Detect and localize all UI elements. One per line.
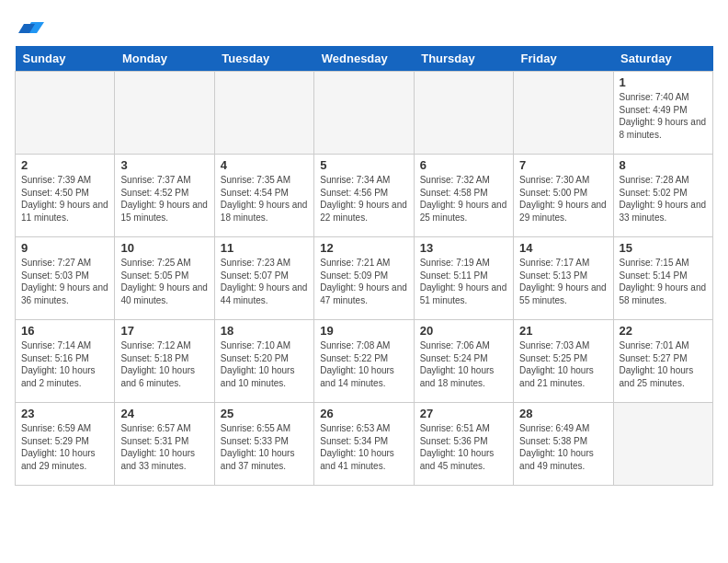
calendar-cell: 26Sunrise: 6:53 AM Sunset: 5:34 PM Dayli… (314, 403, 414, 486)
calendar-cell: 10Sunrise: 7:25 AM Sunset: 5:05 PM Dayli… (115, 237, 214, 320)
day-number: 10 (120, 241, 208, 255)
day-number: 14 (519, 241, 607, 255)
calendar-cell: 21Sunrise: 7:03 AM Sunset: 5:25 PM Dayli… (514, 320, 613, 403)
day-info: Sunrise: 6:55 AM Sunset: 5:33 PM Dayligh… (221, 422, 308, 472)
day-number: 15 (620, 241, 707, 255)
day-number: 20 (420, 324, 507, 338)
calendar-cell (314, 72, 414, 155)
logo-icon (18, 15, 44, 37)
column-header-wednesday: Wednesday (314, 46, 414, 72)
day-info: Sunrise: 7:01 AM Sunset: 5:27 PM Dayligh… (620, 339, 707, 389)
column-header-sunday: Sunday (16, 46, 115, 72)
day-info: Sunrise: 6:59 AM Sunset: 5:29 PM Dayligh… (21, 422, 108, 472)
calendar-cell: 19Sunrise: 7:08 AM Sunset: 5:22 PM Dayli… (314, 320, 414, 403)
day-info: Sunrise: 7:19 AM Sunset: 5:11 PM Dayligh… (420, 257, 507, 306)
day-info: Sunrise: 7:28 AM Sunset: 5:02 PM Dayligh… (620, 174, 707, 224)
day-number: 27 (420, 407, 507, 420)
calendar-cell: 4Sunrise: 7:35 AM Sunset: 4:54 PM Daylig… (214, 155, 313, 237)
calendar-cell (613, 403, 712, 486)
calendar-cell: 27Sunrise: 6:51 AM Sunset: 5:36 PM Dayli… (414, 403, 513, 486)
day-info: Sunrise: 7:40 AM Sunset: 4:49 PM Dayligh… (620, 91, 707, 141)
calendar-cell (414, 72, 513, 155)
day-number: 6 (420, 158, 507, 172)
calendar-cell: 2Sunrise: 7:39 AM Sunset: 4:50 PM Daylig… (16, 155, 115, 237)
day-number: 12 (320, 241, 407, 255)
calendar-cell: 12Sunrise: 7:21 AM Sunset: 5:09 PM Dayli… (314, 237, 414, 320)
day-number: 25 (221, 407, 308, 420)
day-info: Sunrise: 6:53 AM Sunset: 5:34 PM Dayligh… (320, 422, 407, 472)
day-info: Sunrise: 7:23 AM Sunset: 5:07 PM Dayligh… (221, 257, 308, 306)
day-number: 9 (21, 241, 108, 255)
day-info: Sunrise: 7:10 AM Sunset: 5:20 PM Dayligh… (221, 339, 308, 389)
calendar-cell: 17Sunrise: 7:12 AM Sunset: 5:18 PM Dayli… (115, 320, 214, 403)
calendar-cell: 3Sunrise: 7:37 AM Sunset: 4:52 PM Daylig… (115, 155, 214, 237)
calendar-week-row: 2Sunrise: 7:39 AM Sunset: 4:50 PM Daylig… (16, 155, 713, 237)
day-info: Sunrise: 7:08 AM Sunset: 5:22 PM Dayligh… (320, 339, 407, 389)
day-number: 21 (519, 324, 607, 338)
calendar-cell: 11Sunrise: 7:23 AM Sunset: 5:07 PM Dayli… (214, 237, 313, 320)
calendar-cell: 13Sunrise: 7:19 AM Sunset: 5:11 PM Dayli… (414, 237, 513, 320)
day-number: 2 (21, 158, 108, 172)
column-header-monday: Monday (115, 46, 214, 72)
day-number: 8 (620, 158, 707, 172)
day-number: 7 (519, 158, 607, 172)
day-number: 3 (120, 158, 208, 172)
day-number: 11 (221, 241, 308, 255)
day-info: Sunrise: 7:14 AM Sunset: 5:16 PM Dayligh… (21, 339, 108, 389)
day-info: Sunrise: 7:34 AM Sunset: 4:56 PM Dayligh… (320, 174, 407, 224)
day-info: Sunrise: 7:35 AM Sunset: 4:54 PM Dayligh… (221, 174, 308, 224)
calendar-cell (514, 72, 613, 155)
day-info: Sunrise: 7:17 AM Sunset: 5:13 PM Dayligh… (519, 257, 607, 306)
day-number: 22 (620, 324, 707, 338)
calendar-cell (214, 72, 313, 155)
column-header-thursday: Thursday (414, 46, 513, 72)
day-info: Sunrise: 7:30 AM Sunset: 5:00 PM Dayligh… (519, 174, 607, 224)
day-info: Sunrise: 7:12 AM Sunset: 5:18 PM Dayligh… (120, 339, 208, 389)
day-number: 5 (320, 158, 407, 172)
calendar-week-row: 1Sunrise: 7:40 AM Sunset: 4:49 PM Daylig… (16, 72, 713, 155)
page-header (15, 15, 713, 37)
calendar-cell: 7Sunrise: 7:30 AM Sunset: 5:00 PM Daylig… (514, 155, 613, 237)
day-number: 13 (420, 241, 507, 255)
calendar-cell: 24Sunrise: 6:57 AM Sunset: 5:31 PM Dayli… (115, 403, 214, 486)
calendar-cell: 22Sunrise: 7:01 AM Sunset: 5:27 PM Dayli… (613, 320, 712, 403)
day-info: Sunrise: 7:06 AM Sunset: 5:24 PM Dayligh… (420, 339, 507, 389)
calendar-cell: 9Sunrise: 7:27 AM Sunset: 5:03 PM Daylig… (16, 237, 115, 320)
day-number: 1 (620, 75, 707, 89)
day-number: 28 (519, 407, 607, 420)
calendar-week-row: 23Sunrise: 6:59 AM Sunset: 5:29 PM Dayli… (16, 403, 713, 486)
column-header-tuesday: Tuesday (214, 46, 313, 72)
day-info: Sunrise: 7:37 AM Sunset: 4:52 PM Dayligh… (120, 174, 208, 224)
calendar-cell (16, 72, 115, 155)
day-number: 18 (221, 324, 308, 338)
calendar-cell: 28Sunrise: 6:49 AM Sunset: 5:38 PM Dayli… (514, 403, 613, 486)
calendar-cell: 14Sunrise: 7:17 AM Sunset: 5:13 PM Dayli… (514, 237, 613, 320)
day-info: Sunrise: 7:39 AM Sunset: 4:50 PM Dayligh… (21, 174, 108, 224)
calendar-cell (115, 72, 214, 155)
day-info: Sunrise: 7:32 AM Sunset: 4:58 PM Dayligh… (420, 174, 507, 224)
day-info: Sunrise: 6:49 AM Sunset: 5:38 PM Dayligh… (519, 422, 607, 472)
calendar-cell: 6Sunrise: 7:32 AM Sunset: 4:58 PM Daylig… (414, 155, 513, 237)
calendar-cell: 18Sunrise: 7:10 AM Sunset: 5:20 PM Dayli… (214, 320, 313, 403)
calendar-cell: 15Sunrise: 7:15 AM Sunset: 5:14 PM Dayli… (613, 237, 712, 320)
calendar-cell: 23Sunrise: 6:59 AM Sunset: 5:29 PM Dayli… (16, 403, 115, 486)
day-number: 23 (21, 407, 108, 420)
calendar-week-row: 16Sunrise: 7:14 AM Sunset: 5:16 PM Dayli… (16, 320, 713, 403)
calendar-header-row: SundayMondayTuesdayWednesdayThursdayFrid… (16, 46, 713, 72)
day-number: 26 (320, 407, 407, 420)
day-number: 4 (221, 158, 308, 172)
day-info: Sunrise: 7:21 AM Sunset: 5:09 PM Dayligh… (320, 257, 407, 306)
day-info: Sunrise: 7:27 AM Sunset: 5:03 PM Dayligh… (21, 257, 108, 306)
calendar-week-row: 9Sunrise: 7:27 AM Sunset: 5:03 PM Daylig… (16, 237, 713, 320)
logo (15, 15, 44, 37)
calendar-cell: 16Sunrise: 7:14 AM Sunset: 5:16 PM Dayli… (16, 320, 115, 403)
calendar-cell: 25Sunrise: 6:55 AM Sunset: 5:33 PM Dayli… (214, 403, 313, 486)
column-header-saturday: Saturday (613, 46, 712, 72)
calendar-cell: 1Sunrise: 7:40 AM Sunset: 4:49 PM Daylig… (613, 72, 712, 155)
day-info: Sunrise: 7:25 AM Sunset: 5:05 PM Dayligh… (120, 257, 208, 306)
day-number: 17 (120, 324, 208, 338)
day-number: 24 (120, 407, 208, 420)
calendar-cell: 20Sunrise: 7:06 AM Sunset: 5:24 PM Dayli… (414, 320, 513, 403)
calendar-cell: 8Sunrise: 7:28 AM Sunset: 5:02 PM Daylig… (613, 155, 712, 237)
day-info: Sunrise: 6:51 AM Sunset: 5:36 PM Dayligh… (420, 422, 507, 472)
